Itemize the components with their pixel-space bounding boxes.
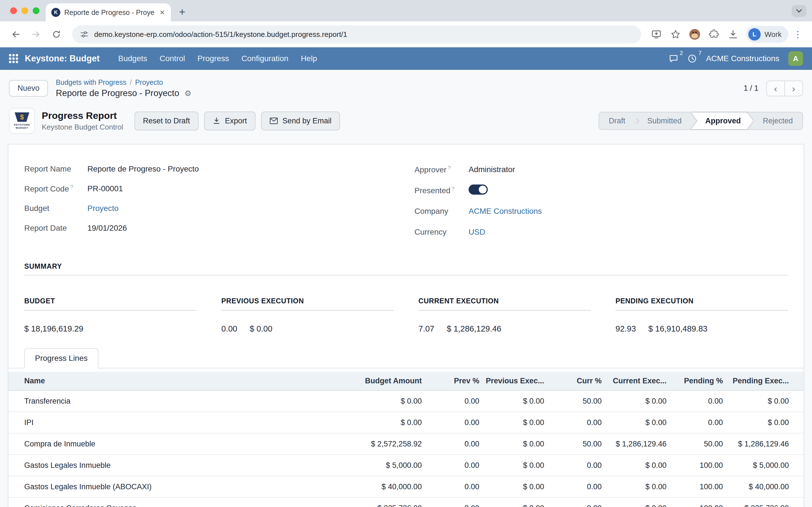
summary-card-label: PREVIOUS EXECUTION xyxy=(221,297,394,311)
export-label: Export xyxy=(225,117,247,125)
app-name[interactable]: Keystone: Budget xyxy=(25,54,100,64)
field-area: Report Name Reporte de Progreso - Proyec… xyxy=(8,159,804,242)
activities-button[interactable]: 7 xyxy=(688,54,697,63)
report-code-value[interactable]: PR-00001 xyxy=(87,184,398,193)
address-bar[interactable]: demo.keystone-erp.com/odoo/action-515/1/… xyxy=(72,25,641,43)
reload-button[interactable] xyxy=(47,25,65,43)
column-header-budget-amount[interactable]: Budget Amount xyxy=(349,372,422,390)
reset-to-draft-button[interactable]: Reset to Draft xyxy=(135,112,199,130)
keystone-logo-text: KEYSTONE BUDGET xyxy=(14,123,30,129)
table-row[interactable]: Transferencia $ 0.00 0.00 $ 0.00 50.00 $… xyxy=(8,390,804,412)
new-tab-button[interactable]: + xyxy=(174,4,190,20)
download-icon xyxy=(728,29,739,40)
table-row[interactable]: Comisiones Corredores Cavenas $ 325,736.… xyxy=(8,497,804,507)
browser-tab[interactable]: K Reporte de Progreso - Proyec × xyxy=(46,3,171,21)
site-settings-icon[interactable] xyxy=(80,30,89,39)
breadcrumb-link-proyecto[interactable]: Proyecto xyxy=(135,78,163,87)
extension-monkey-button[interactable] xyxy=(686,26,703,43)
extensions-button[interactable] xyxy=(705,26,722,43)
table-row[interactable]: Gastos Legales Inmueble (ABOCAXI) $ 40,0… xyxy=(8,476,804,497)
column-header-curr-percent[interactable]: Curr % xyxy=(544,372,602,390)
send-by-email-button[interactable]: Send by Email xyxy=(261,112,340,130)
help-icon[interactable]: ? xyxy=(448,165,451,171)
menu-budgets[interactable]: Budgets xyxy=(112,54,153,63)
summary-card-values: $ 18,196,619.29 xyxy=(24,324,197,334)
back-button[interactable] xyxy=(7,25,25,43)
window-minimize-button[interactable] xyxy=(21,7,28,14)
cell-budget-amount: $ 0.00 xyxy=(349,390,422,412)
url-text: demo.keystone-erp.com/odoo/action-515/1/… xyxy=(94,30,347,39)
tab-close-icon[interactable]: × xyxy=(158,8,166,17)
pager-next-button[interactable]: › xyxy=(784,80,803,96)
column-header-previous-exec[interactable]: Previous Exec... xyxy=(479,372,544,390)
column-header-name[interactable]: Name xyxy=(8,372,349,390)
systray: 2 7 ACME Constructions A xyxy=(669,51,803,66)
column-header-prev-percent[interactable]: Prev % xyxy=(422,372,479,390)
menu-progress[interactable]: Progress xyxy=(191,54,235,63)
user-avatar[interactable]: A xyxy=(788,51,803,66)
cell-prev-percent: 0.00 xyxy=(422,433,479,455)
field-report-name: Report Name Reporte de Progreso - Proyec… xyxy=(24,159,398,179)
summary-card-values: 92.93 $ 16,910,489.83 xyxy=(615,324,788,334)
breadcrumb-trail: Budgets with Progress / Proyecto xyxy=(56,78,192,87)
tab-progress-lines[interactable]: Progress Lines xyxy=(24,348,98,369)
browser-tab-strip: K Reporte de Progreso - Proyec × + xyxy=(0,0,812,21)
new-button[interactable]: Nuevo xyxy=(9,80,48,97)
window-zoom-button[interactable] xyxy=(33,7,40,14)
summary-amount: $ 16,910,489.83 xyxy=(649,324,708,334)
summary-card-pending-execution: PENDING EXECUTION 92.93 $ 16,910,489.83 xyxy=(615,297,788,334)
cell-current-exec: $ 0.00 xyxy=(602,390,666,412)
status-draft[interactable]: Draft xyxy=(600,112,634,129)
table-header-row: Name Budget Amount Prev % Previous Exec.… xyxy=(8,372,804,390)
bookmark-button[interactable] xyxy=(667,26,684,43)
apps-menu-icon[interactable] xyxy=(9,54,18,63)
table-row[interactable]: Compra de Inmueble $ 2,572,258.92 0.00 $… xyxy=(8,433,804,455)
odoo-navbar: Keystone: Budget Budgets Control Progres… xyxy=(0,47,812,70)
company-value-link[interactable]: ACME Constructions xyxy=(469,207,788,216)
gear-icon[interactable]: ⚙ xyxy=(185,89,192,98)
export-button[interactable]: Export xyxy=(204,112,255,130)
presented-toggle[interactable] xyxy=(469,184,488,194)
budget-value-link[interactable]: Proyecto xyxy=(87,204,398,213)
menu-help[interactable]: Help xyxy=(295,54,323,63)
help-icon[interactable]: ? xyxy=(70,184,73,190)
cell-budget-amount: $ 0.00 xyxy=(349,412,422,433)
summary-card-budget: BUDGET $ 18,196,619.29 xyxy=(24,297,197,334)
currency-value-link[interactable]: USD xyxy=(469,228,788,237)
status-approved[interactable]: Approved xyxy=(691,112,753,129)
approver-value[interactable]: Administrator xyxy=(469,165,788,174)
status-submitted[interactable]: Submitted xyxy=(639,112,690,129)
browser-toolbar: demo.keystone-erp.com/odoo/action-515/1/… xyxy=(0,21,812,47)
install-app-button[interactable] xyxy=(648,26,665,43)
report-date-value[interactable]: 19/01/2026 xyxy=(87,224,398,233)
forward-button[interactable] xyxy=(27,25,45,43)
breadcrumb-separator: / xyxy=(130,78,132,87)
downloads-button[interactable] xyxy=(725,26,742,43)
status-rejected[interactable]: Rejected xyxy=(754,112,801,129)
browser-menu-button[interactable]: ⋮ xyxy=(791,29,805,40)
column-header-pending-percent[interactable]: Pending % xyxy=(666,372,723,390)
browser-profile-button[interactable]: L Work xyxy=(746,26,788,43)
messages-button[interactable]: 2 xyxy=(669,54,678,63)
breadcrumb-link-budgets-with-progress[interactable]: Budgets with Progress xyxy=(56,78,126,87)
profile-label: Work xyxy=(765,30,781,39)
notebook-tabs: Progress Lines xyxy=(8,348,804,369)
table-row[interactable]: IPI $ 0.00 0.00 $ 0.00 0.00 $ 0.00 0.00 … xyxy=(8,412,804,433)
menu-control[interactable]: Control xyxy=(153,54,191,63)
progress-lines-table: Name Budget Amount Prev % Previous Exec.… xyxy=(8,372,804,507)
column-header-current-exec[interactable]: Current Exec... xyxy=(602,372,666,390)
cell-current-exec: $ 0.00 xyxy=(602,476,666,497)
tab-search-button[interactable] xyxy=(792,5,806,17)
help-icon[interactable]: ? xyxy=(452,186,455,191)
report-name-value[interactable]: Reporte de Progreso - Proyecto xyxy=(87,165,398,173)
messages-count: 2 xyxy=(680,50,683,56)
tab-title: Reporte de Progreso - Proyec xyxy=(64,8,154,17)
company-switcher[interactable]: ACME Constructions xyxy=(706,54,779,63)
field-presented: Presented? xyxy=(414,180,788,201)
window-close-button[interactable] xyxy=(10,7,17,14)
pager-previous-button[interactable]: ‹ xyxy=(766,80,785,96)
table-row[interactable]: Gastos Legales Inmueble $ 5,000.00 0.00 … xyxy=(8,455,804,476)
currency-label: Currency xyxy=(414,228,469,237)
column-header-pending-exec[interactable]: Pending Exec... xyxy=(723,372,804,390)
menu-configuration[interactable]: Configuration xyxy=(235,54,295,63)
